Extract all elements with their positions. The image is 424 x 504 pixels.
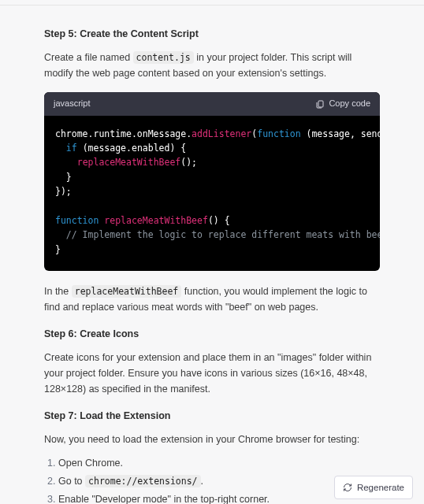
text: Create a file named: [44, 52, 133, 63]
text: .: [201, 476, 203, 487]
tok: if: [66, 143, 77, 154]
tok: chrome.runtime.onMessage.: [55, 128, 192, 139]
text: Enable "Developer mode" in the top-right…: [58, 494, 270, 504]
code-block: javascript Copy code chrome.runtime.onMe…: [44, 92, 380, 271]
tok: });: [55, 186, 72, 197]
tok: [55, 143, 66, 154]
tok: }: [55, 244, 61, 255]
regenerate-label: Regenerate: [357, 480, 404, 495]
list-item: Open Chrome.: [58, 455, 380, 471]
text: Go to: [58, 476, 85, 487]
tok: ();: [180, 157, 197, 168]
tok: addListener: [192, 128, 251, 139]
code-content: chrome.runtime.onMessage.addListener(fun…: [44, 116, 380, 272]
text: Open Chrome.: [58, 458, 123, 469]
step7-title: Step 7: Load the Extension: [44, 408, 380, 424]
code-scroll[interactable]: chrome.runtime.onMessage.addListener(fun…: [44, 116, 380, 272]
step7-intro: Now, you need to load the extension in y…: [44, 432, 380, 447]
after-code-note: In the replaceMeatWithBeef function, you…: [44, 284, 380, 315]
svg-rect-0: [318, 101, 323, 107]
article-content: Step 5: Create the Content Script Create…: [0, 6, 424, 504]
tok: function: [257, 128, 300, 139]
tok: (message.enabled) {: [77, 143, 186, 154]
tok: [55, 157, 77, 168]
list-item: Enable "Developer mode" in the top-right…: [58, 491, 380, 504]
step5-intro: Create a file named content.js in your p…: [44, 50, 380, 81]
tok: replaceMeatWithBeef: [104, 215, 208, 226]
inline-code-fn: replaceMeatWithBeef: [72, 285, 182, 298]
step7-list: Open Chrome. Go to chrome://extensions/.…: [58, 455, 380, 504]
tok: () {: [208, 215, 230, 226]
inline-code-ext-url: chrome://extensions/: [85, 475, 200, 487]
copy-code-label: Copy code: [329, 97, 370, 111]
tok: (message, sender, sendResponse) {: [301, 128, 380, 139]
tok: // Implement the logic to replace differ…: [55, 229, 380, 240]
step6-title: Step 6: Create Icons: [44, 326, 380, 342]
code-lang-label: javascript: [54, 97, 90, 111]
list-item: Go to chrome://extensions/.: [58, 473, 380, 489]
step6-body: Create icons for your extension and plac…: [44, 350, 380, 397]
text: In the: [44, 286, 72, 297]
refresh-icon: [343, 483, 352, 492]
step5-title: Step 5: Create the Content Script: [44, 26, 380, 42]
code-header: javascript Copy code: [44, 92, 380, 116]
tok: replaceMeatWithBeef: [77, 157, 181, 168]
inline-code-contentjs: content.js: [133, 51, 194, 64]
regenerate-button[interactable]: Regenerate: [334, 476, 413, 499]
tok: function: [55, 215, 99, 226]
copy-code-button[interactable]: Copy code: [315, 97, 370, 111]
clipboard-icon: [315, 98, 325, 109]
tok: }: [55, 172, 72, 183]
